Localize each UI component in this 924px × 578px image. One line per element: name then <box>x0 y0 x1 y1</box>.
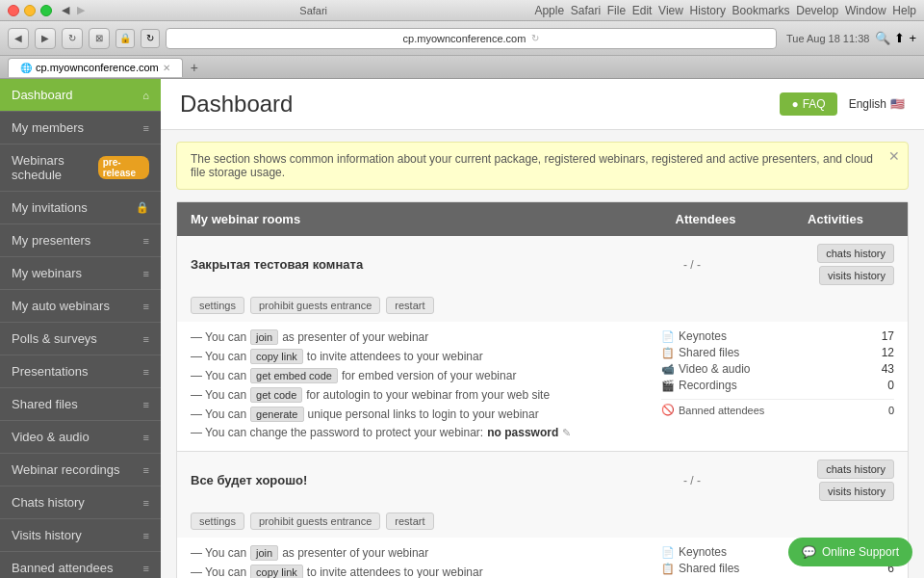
list-icon-10: ≡ <box>143 497 149 509</box>
sidebar-item-webinars-schedule[interactable]: Webinars schedule pre-release <box>0 144 161 192</box>
recordings-label: Recordings <box>679 379 875 392</box>
list-icon-7: ≡ <box>143 399 149 410</box>
copy-link-2[interactable]: copy link <box>250 565 303 578</box>
settings-btn-2[interactable]: settings <box>191 512 244 530</box>
sidebar-label-banned-attendees: Banned attendees <box>12 561 114 575</box>
room-controls-1: settings prohibit guests entrance restar… <box>177 293 908 322</box>
home-icon: ⌂ <box>142 90 149 101</box>
back-btn[interactable]: ◀ <box>62 4 69 16</box>
visits-history-btn-1[interactable]: visits history <box>819 266 894 285</box>
col-header-attendees: Attendees <box>648 202 763 236</box>
share-icon[interactable]: ⬆ <box>894 31 905 45</box>
sidebar-label-polls-surveys: Polls & surveys <box>12 331 97 346</box>
shared-files-value-1: 12 <box>875 346 894 359</box>
embed-code-link-1[interactable]: get embed code <box>250 368 338 383</box>
sidebar-item-shared-files[interactable]: Shared files ≡ <box>0 388 161 421</box>
back-nav-button[interactable]: ◀ <box>8 28 29 49</box>
chats-history-btn-1[interactable]: chats history <box>817 244 894 263</box>
room-stats-2: - / - <box>634 474 750 487</box>
language-selector[interactable]: English 🇺🇸 <box>849 97 905 111</box>
close-banner-button[interactable]: ✕ <box>888 148 900 164</box>
new-tab-button[interactable]: + <box>191 60 198 75</box>
list-icon-12: ≡ <box>143 563 149 574</box>
sidebar-item-my-auto-webinars[interactable]: My auto webinars ≡ <box>0 290 161 323</box>
get-code-link-1[interactable]: get code <box>250 387 302 403</box>
room-actions-2: chats history visits history <box>750 460 894 501</box>
prohibit-btn-2[interactable]: prohibit guests entrance <box>250 512 380 530</box>
room-line-1-5: — You can generate unique personal links… <box>191 407 634 422</box>
chats-history-btn-2[interactable]: chats history <box>817 460 894 479</box>
sidebar-label-dashboard: Dashboard <box>12 88 73 102</box>
datetime: Tue Aug 18 11:38 <box>786 33 869 44</box>
join-link-1[interactable]: join <box>250 329 278 345</box>
sidebar-item-banned-attendees[interactable]: Banned attendees ≡ <box>0 552 161 578</box>
join-link-2[interactable]: join <box>250 545 278 561</box>
address-bar[interactable]: cp.myownconference.com ↻ <box>166 28 777 49</box>
restart-btn-2[interactable]: restart <box>386 512 433 530</box>
sidebar-item-my-webinars[interactable]: My webinars ≡ <box>0 257 161 290</box>
shared-files-icon-2: 📋 <box>661 563 679 575</box>
generate-link-1[interactable]: generate <box>250 407 303 422</box>
faq-icon: ● <box>791 97 798 111</box>
info-banner: The section shows common information abo… <box>176 142 909 190</box>
window-controls[interactable] <box>8 5 52 16</box>
restart-btn-1[interactable]: restart <box>386 297 433 314</box>
sidebar-item-my-invitations[interactable]: My invitations 🔒 <box>0 192 161 224</box>
faq-button[interactable]: ● FAQ <box>780 92 836 116</box>
room-line-1-6: — You can change the password to protect… <box>191 426 634 439</box>
keynotes-icon-2: 📄 <box>661 546 679 559</box>
sidebar-item-chats-history[interactable]: Chats history ≡ <box>0 486 161 519</box>
keynotes-label: Keynotes <box>679 329 875 343</box>
browser-chrome: ◀ ▶ ↻ ⊠ 🔒 ↻ cp.myownconference.com ↻ Tue… <box>0 21 924 56</box>
close-button[interactable] <box>8 5 19 16</box>
forward-nav-button[interactable]: ▶ <box>35 28 56 49</box>
browser-action-icons: 🔍 ⬆ + <box>875 31 916 45</box>
banned-value-1: 0 <box>875 405 894 416</box>
shared-files-label: Shared files <box>679 346 875 359</box>
tab-bar: 🌐 cp.myownconference.com ✕ + <box>0 56 924 79</box>
reload-button[interactable]: ↻ <box>62 28 83 49</box>
sidebar-item-my-presenters[interactable]: My presenters ≡ <box>0 224 161 257</box>
recordings-icon: 🎬 <box>661 380 679 392</box>
sidebar-item-presentations[interactable]: Presentations ≡ <box>0 355 161 388</box>
window-title: Safari <box>92 5 534 16</box>
online-support-button[interactable]: 💬 Online Support <box>788 538 912 566</box>
sidebar-item-dashboard[interactable]: Dashboard ⌂ <box>0 79 161 112</box>
recordings-value-1: 0 <box>875 379 894 392</box>
tab-close[interactable]: ✕ <box>163 63 170 73</box>
list-icon-3: ≡ <box>143 268 149 279</box>
room-controls-2: settings prohibit guests entrance restar… <box>177 509 908 538</box>
active-tab[interactable]: 🌐 cp.myownconference.com ✕ <box>8 58 183 77</box>
banned-label: Banned attendees <box>679 405 875 416</box>
home-button[interactable]: ⊠ <box>89 28 110 49</box>
search-icon[interactable]: 🔍 <box>875 31 890 45</box>
menu-items: Apple Safari File Edit View History Book… <box>534 4 916 17</box>
sidebar-item-my-members[interactable]: My members ≡ <box>0 112 161 144</box>
sidebar-label-video-audio: Video & audio <box>12 430 90 444</box>
reload-icon: ↻ <box>531 33 539 43</box>
sidebar-label-my-invitations: My invitations <box>12 200 88 215</box>
sidebar-item-polls-surveys[interactable]: Polls & surveys ≡ <box>0 323 161 355</box>
room-details-2: — You can join as presenter of your webi… <box>177 538 648 578</box>
copy-link-1[interactable]: copy link <box>250 349 303 364</box>
sidebar-label-my-members: My members <box>12 120 84 135</box>
col-header-activities: Activities <box>763 202 908 236</box>
sidebar-label-my-presenters: My presenters <box>12 233 90 248</box>
visits-history-btn-2[interactable]: visits history <box>819 482 894 501</box>
prohibit-btn-1[interactable]: prohibit guests entrance <box>250 297 380 314</box>
sidebar-item-visits-history[interactable]: Visits history ≡ <box>0 519 161 552</box>
video-audio-label: Video & audio <box>679 362 875 376</box>
list-icon-4: ≡ <box>143 301 149 312</box>
stat-video-audio-1: 📹 Video & audio 43 <box>661 362 894 376</box>
fullscreen-button[interactable] <box>40 5 52 16</box>
minimize-button[interactable] <box>24 5 36 16</box>
add-tab-icon[interactable]: + <box>909 31 916 45</box>
room-line-1-1: — You can join as presenter of your webi… <box>191 329 634 345</box>
edit-password-1[interactable]: ✎ <box>562 427 571 439</box>
sidebar-label-my-webinars: My webinars <box>12 266 82 280</box>
tab-favicon: 🌐 <box>20 63 32 73</box>
settings-btn-1[interactable]: settings <box>191 297 244 314</box>
sidebar-item-webinar-recordings[interactable]: Webinar recordings ≡ <box>0 454 161 486</box>
main-content: Dashboard ● FAQ English 🇺🇸 The section s… <box>161 79 924 578</box>
sidebar-item-video-audio[interactable]: Video & audio ≡ <box>0 421 161 454</box>
